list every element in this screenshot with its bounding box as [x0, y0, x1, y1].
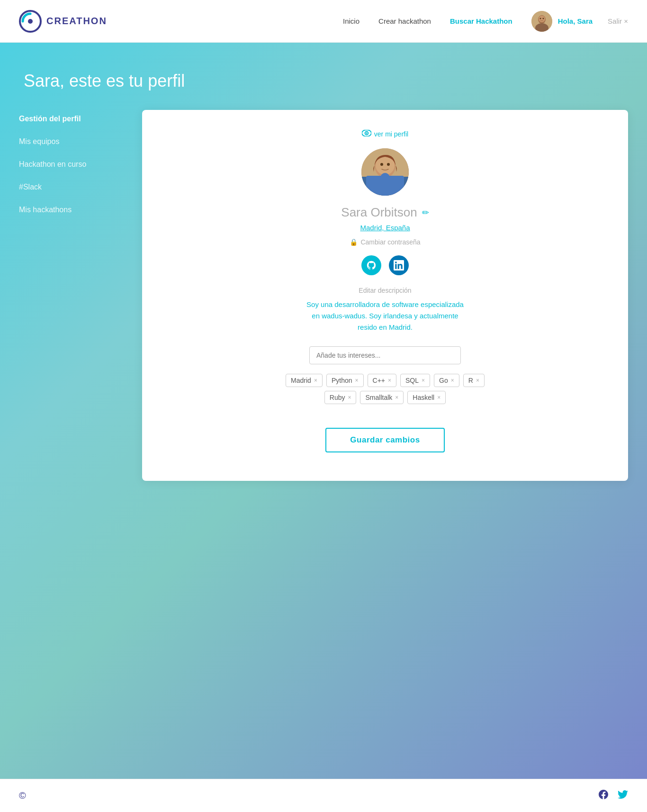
tag-label: R [468, 377, 473, 384]
ver-perfil-label: ver mi perfil [374, 130, 408, 138]
tag-ruby: Ruby × [324, 391, 357, 404]
tag-python: Python × [326, 374, 364, 387]
tag-label: Ruby [330, 394, 345, 401]
svg-point-18 [380, 173, 390, 182]
nav-links: Inicio Crear hackathon Buscar Hackathon [343, 17, 512, 25]
tag-go: Go × [434, 374, 459, 387]
tag-cpp: C++ × [368, 374, 396, 387]
tag-label: SQL [405, 377, 419, 384]
save-button[interactable]: Guardar cambios [325, 428, 444, 452]
tag-sql: SQL × [400, 374, 430, 387]
social-icons [361, 255, 409, 275]
linkedin-icon[interactable] [389, 255, 409, 275]
sidebar-item-slack[interactable]: #Slack [19, 183, 123, 191]
tag-label: Smalltalk [365, 394, 392, 401]
ver-perfil-link[interactable]: ver mi perfil [362, 129, 408, 139]
nav-user: Hola, Sara Salir × [531, 11, 628, 32]
nav-buscar[interactable]: Buscar Hackathon [450, 17, 512, 25]
github-icon[interactable] [361, 255, 381, 275]
tag-r: R × [463, 374, 485, 387]
nav-salir[interactable]: Salir × [608, 17, 628, 25]
tag-remove-cpp[interactable]: × [388, 378, 391, 383]
profile-description: Soy una desarrolladora de software espec… [305, 299, 466, 333]
tag-remove-go[interactable]: × [451, 378, 454, 383]
tag-remove-smalltalk[interactable]: × [395, 395, 398, 400]
nav-username: Sara [577, 17, 593, 25]
facebook-icon[interactable] [599, 790, 608, 802]
tag-remove-madrid[interactable]: × [314, 378, 317, 383]
hero-background: Sara, este es tu perfil Gestión del perf… [0, 43, 647, 779]
footer: © [0, 779, 647, 812]
sidebar-item-gestion[interactable]: Gestión del perfil [19, 115, 123, 123]
interests-input[interactable] [309, 346, 461, 364]
nav-inicio[interactable]: Inicio [343, 17, 359, 25]
change-password-link[interactable]: 🔒 Cambiar contraseña [350, 238, 420, 246]
tag-remove-r[interactable]: × [476, 378, 479, 383]
eye-icon [362, 129, 371, 139]
content-area: Gestión del perfil Mis equipos Hackathon… [19, 110, 628, 481]
profile-avatar[interactable] [361, 148, 409, 196]
tag-madrid: Madrid × [286, 374, 323, 387]
navbar: CREATHON Inicio Crear hackathon Buscar H… [0, 0, 647, 43]
change-password-label: Cambiar contraseña [360, 238, 420, 246]
svg-point-5 [539, 16, 545, 22]
sidebar-item-mis-hackathons[interactable]: Mis hackathons [19, 206, 123, 214]
copyright-icon: © [19, 790, 26, 801]
nav-crear[interactable]: Crear hackathon [378, 17, 431, 25]
lock-icon: 🔒 [350, 238, 358, 246]
profile-location[interactable]: Madrid, España [360, 224, 410, 232]
logo-area: CREATHON [19, 10, 107, 33]
profile-avatar-image [361, 148, 409, 196]
sidebar-item-hackathon[interactable]: Hackathon en curso [19, 160, 123, 169]
tag-remove-sql[interactable]: × [422, 378, 425, 383]
tag-label: Madrid [291, 377, 311, 384]
profile-name-row: Sara Orbitson ✏ [341, 205, 429, 220]
tag-label: Python [332, 377, 352, 384]
svg-point-15 [380, 163, 383, 166]
edit-description-label[interactable]: Editar descripción [359, 287, 411, 294]
svg-point-10 [366, 133, 367, 134]
edit-name-icon[interactable]: ✏ [422, 208, 429, 218]
tag-label: Go [439, 377, 448, 384]
logo-icon [19, 10, 42, 33]
tag-haskell: Haskell × [407, 391, 446, 404]
tag-remove-python[interactable]: × [355, 378, 359, 383]
profile-card: ver mi perfil [142, 110, 628, 481]
profile-name-text: Sara Orbitson [341, 205, 417, 220]
nav-avatar[interactable] [531, 11, 552, 32]
avatar-image [531, 11, 552, 32]
tag-label: Haskell [413, 394, 434, 401]
nav-hello: Hola, Sara [558, 17, 593, 25]
svg-point-6 [539, 18, 541, 19]
brand-name: CREATHON [46, 16, 107, 27]
svg-point-7 [542, 18, 544, 19]
twitter-icon[interactable] [618, 789, 628, 803]
sidebar: Gestión del perfil Mis equipos Hackathon… [19, 110, 123, 214]
page-title: Sara, este es tu perfil [24, 71, 628, 91]
footer-social [599, 789, 628, 803]
tags-area: Madrid × Python × C++ × SQL × Go × [281, 374, 489, 404]
tag-smalltalk: Smalltalk × [360, 391, 404, 404]
sidebar-item-equipos[interactable]: Mis equipos [19, 137, 123, 146]
svg-point-1 [28, 19, 33, 24]
svg-point-16 [387, 163, 390, 166]
tag-label: C++ [373, 377, 385, 384]
tag-remove-haskell[interactable]: × [437, 395, 440, 400]
tag-remove-ruby[interactable]: × [348, 395, 351, 400]
